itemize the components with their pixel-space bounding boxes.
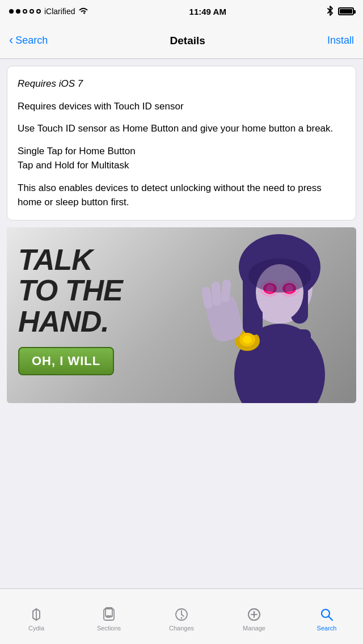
- sections-icon: [101, 607, 117, 622]
- status-left: iClarified: [9, 7, 88, 16]
- back-chevron-icon: ‹: [9, 34, 13, 46]
- changes-icon: [174, 607, 189, 622]
- nav-bar: ‹ Search Details Install: [0, 23, 363, 59]
- tab-search[interactable]: Search: [290, 602, 363, 632]
- ad-main-text: TALKTO THEHAND.: [18, 244, 345, 337]
- install-button[interactable]: Install: [327, 35, 354, 46]
- svg-point-34: [254, 611, 255, 613]
- carrier-label: iClarified: [44, 7, 75, 16]
- back-button[interactable]: ‹ Search: [9, 35, 48, 46]
- tab-search-label: Search: [317, 625, 337, 632]
- manage-icon: [246, 607, 262, 622]
- tab-sections[interactable]: Sections: [73, 602, 145, 632]
- tab-bar: Cydia Sections Changes: [0, 588, 363, 644]
- wifi-icon: [78, 7, 88, 16]
- info-card: Requires iOS 7 Requires devices with Tou…: [7, 66, 356, 221]
- page-title: Details: [170, 35, 205, 47]
- tab-cydia-label: Cydia: [28, 625, 44, 632]
- svg-line-36: [329, 616, 333, 620]
- info-paragraph-4: Single Tap for Home ButtonTap and Hold f…: [18, 144, 345, 173]
- main-content: Requires iOS 7 Requires devices with Tou…: [0, 59, 363, 403]
- tab-changes[interactable]: Changes: [145, 602, 218, 632]
- signal-icon: [9, 9, 41, 14]
- status-right: [327, 6, 354, 18]
- ad-banner[interactable]: TALKTO THEHAND. OH, I WILL: [7, 227, 356, 403]
- tab-manage[interactable]: Manage: [218, 602, 290, 632]
- info-paragraph-5: This also enables devices to detect unlo…: [18, 181, 345, 210]
- battery-icon: [338, 7, 354, 15]
- back-label: Search: [15, 35, 48, 46]
- ad-text-block: TALKTO THEHAND. OH, I WILL: [7, 227, 356, 393]
- search-icon: [319, 607, 335, 622]
- tab-cydia[interactable]: Cydia: [0, 602, 73, 632]
- info-paragraph-3: Use Touch ID sensor as Home Button and g…: [18, 121, 345, 136]
- cydia-icon: [28, 607, 44, 622]
- bluetooth-icon: [327, 6, 334, 18]
- tab-changes-label: Changes: [169, 625, 194, 632]
- tab-manage-label: Manage: [243, 625, 265, 632]
- info-paragraph-2: Requires devices with Touch ID sensor: [18, 99, 345, 114]
- ad-content: TALKTO THEHAND. OH, I WILL: [7, 227, 356, 403]
- info-paragraph-1: Requires iOS 7: [18, 77, 345, 91]
- tab-sections-label: Sections: [97, 625, 121, 632]
- ad-cta-button[interactable]: OH, I WILL: [18, 347, 114, 375]
- svg-line-28: [182, 615, 184, 616]
- svg-point-29: [181, 617, 183, 618]
- status-time: 11:49 AM: [189, 7, 226, 16]
- status-bar: iClarified 11:49 AM: [0, 0, 363, 23]
